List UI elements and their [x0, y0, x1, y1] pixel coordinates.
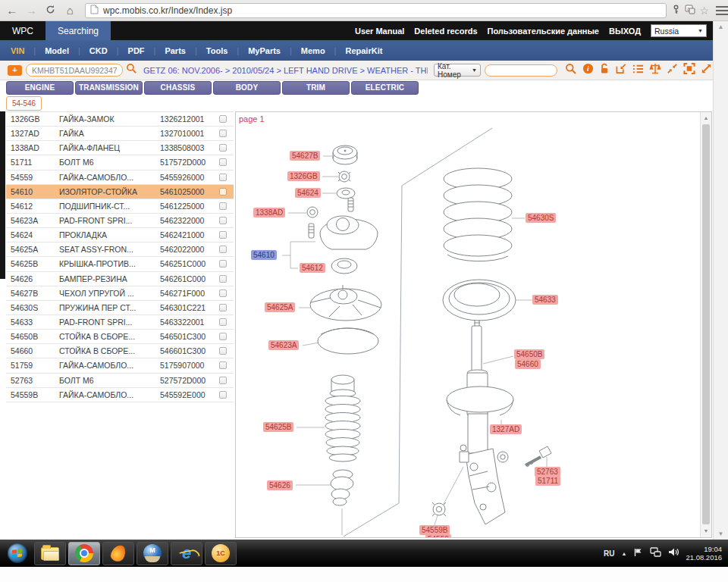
menu-item-vin[interactable]: VIN	[11, 46, 24, 55]
row-checkbox[interactable]	[219, 231, 227, 239]
menu-item-model[interactable]: Model	[45, 46, 69, 55]
diagram-label-54625B[interactable]: 54625B	[263, 422, 293, 432]
menu-item-parts[interactable]: Parts	[165, 46, 186, 55]
menu-item-tools[interactable]: Tools	[206, 46, 228, 55]
tab-searching[interactable]: Searching	[46, 21, 111, 40]
scroll-down-icon[interactable]: ▼	[714, 530, 728, 537]
row-checkbox[interactable]	[219, 347, 227, 355]
table-row[interactable]: 54559BГАЙКА-САМОБЛО...545592E000	[6, 388, 234, 402]
row-checkbox[interactable]	[219, 289, 227, 297]
scrollbar-thumb[interactable]	[702, 124, 710, 524]
category-tab-trim[interactable]: TRIM	[282, 81, 350, 95]
start-button[interactable]	[3, 542, 32, 565]
language-indicator[interactable]: RU	[604, 549, 614, 558]
part-number-input[interactable]	[485, 64, 557, 77]
table-row[interactable]: 54630SПРУЖИНА ПЕР СТ...546301C221	[6, 301, 234, 315]
language-select[interactable]: Russia ▼	[651, 24, 707, 37]
table-row[interactable]: 51711БОЛТ M6517572D000	[6, 155, 234, 170]
diagram-label-1338AD[interactable]: 1338AD	[253, 208, 285, 217]
address-bar[interactable]: wpc.mobis.co.kr/Index/Index.jsp	[85, 3, 667, 18]
catalog-number-select[interactable]: Кат. Номер ▼	[434, 64, 481, 77]
taskbar-chrome-button[interactable]	[68, 542, 100, 565]
vin-input[interactable]	[26, 64, 123, 77]
row-checkbox[interactable]	[219, 158, 227, 166]
row-checkbox[interactable]	[219, 304, 227, 311]
diagram-label-54660[interactable]: 54660	[515, 359, 541, 369]
menu-item-memo[interactable]: Memo	[301, 46, 325, 55]
row-checkbox[interactable]	[219, 275, 227, 283]
row-checkbox[interactable]	[219, 391, 227, 399]
diagram-label-54559[interactable]: 54559	[425, 534, 451, 538]
breadcrumb[interactable]: GETZ 06: NOV.2006- > 2010/05/24 > LEFT H…	[143, 66, 428, 75]
diagram-label-51711[interactable]: 51711	[535, 476, 560, 486]
scroll-up-icon[interactable]: ▲	[714, 23, 728, 30]
list-icon[interactable]	[632, 64, 644, 77]
row-checkbox[interactable]	[219, 174, 227, 181]
menu-item-pdf[interactable]: PDF	[128, 46, 145, 55]
row-checkbox[interactable]	[219, 188, 227, 196]
table-row[interactable]: 54660СТОЙКА В СБОРЕ...546601C300	[6, 344, 234, 358]
table-row[interactable]: 54624ПРОКЛАДКА5462421000	[6, 228, 234, 242]
taskbar-clock[interactable]: 19:04 21.08.2016	[686, 545, 722, 562]
volume-icon[interactable]	[668, 546, 679, 560]
table-row[interactable]: 1326GBГАЙКА-ЗАМОК1326212001	[6, 112, 234, 127]
info-icon[interactable]: i	[582, 63, 594, 77]
row-checkbox[interactable]	[219, 318, 227, 326]
fullscreen-frame-icon[interactable]	[683, 63, 695, 77]
deleted-records-link[interactable]: Deleted records	[414, 27, 477, 36]
diagram-label-54624[interactable]: 54624	[295, 188, 321, 198]
menu-item-myparts[interactable]: MyParts	[248, 46, 281, 55]
taskbar-ie-button[interactable]: e	[171, 542, 202, 565]
diagram-label-54625A[interactable]: 54625A	[265, 302, 295, 312]
home-icon[interactable]: ⌂	[63, 4, 78, 17]
expand-icon[interactable]	[701, 63, 712, 77]
row-checkbox[interactable]	[219, 260, 227, 268]
diagram-label-54650B[interactable]: 54650B	[514, 349, 544, 359]
category-tab-body[interactable]: BODY	[213, 81, 281, 95]
collapsed-panel-edge[interactable]	[0, 111, 5, 279]
tray-expand-icon[interactable]: ▲	[622, 551, 627, 556]
network-icon[interactable]	[650, 546, 661, 560]
row-checkbox[interactable]	[219, 202, 227, 210]
page-scrollbar[interactable]: ▲ ▼	[713, 21, 728, 540]
table-row[interactable]: 54610ИЗОЛЯТОР-СТОЙКА5461025000	[6, 185, 234, 199]
row-checkbox[interactable]	[219, 130, 227, 137]
section-tab[interactable]: 54-546	[6, 96, 42, 111]
add-vin-button[interactable]: +	[8, 65, 22, 76]
table-row[interactable]: 54559ГАЙКА-САМОБЛО...5455926000	[6, 171, 234, 185]
table-row[interactable]: 1338ADГАЙКА-ФЛАНЕЦ1338508003	[6, 141, 234, 155]
row-checkbox[interactable]	[219, 144, 227, 152]
translate-icon[interactable]: a	[685, 4, 695, 17]
import-icon[interactable]	[615, 63, 627, 77]
table-row[interactable]: 54627BЧЕХОЛ УПРУГОЙ ...546271F000	[6, 286, 234, 301]
category-tab-electric[interactable]: ELECTRIC	[351, 81, 419, 95]
compare-scales-icon[interactable]	[649, 63, 661, 77]
row-checkbox[interactable]	[219, 217, 227, 224]
table-row[interactable]: 54612ПОДШИПНИК-СТ...5461225000	[6, 199, 234, 214]
table-row[interactable]: 54626БАМПЕР-РЕЗИНА546261C000	[6, 272, 234, 286]
diagram-label-54610[interactable]: 54610	[251, 250, 277, 260]
taskbar-explorer-button[interactable]	[34, 542, 66, 565]
table-row[interactable]: 54625BКРЫШКА-ПРОТИВ...546251C000	[6, 257, 234, 271]
diagram-scrollbar[interactable]: ▲ ▼	[700, 112, 711, 537]
diagram-label-54630S[interactable]: 54630S	[526, 213, 556, 223]
diagram-label-54627B[interactable]: 54627B	[290, 151, 320, 161]
table-row[interactable]: 51759ГАЙКА-САМОБЛО...5175907000	[6, 358, 234, 373]
row-checkbox[interactable]	[219, 246, 227, 253]
reload-icon[interactable]	[43, 4, 58, 17]
table-row[interactable]: 54650BСТОЙКА В СБОРЕ...546501C300	[6, 330, 234, 344]
table-row[interactable]: 1327ADГАЙКА1327010001	[6, 127, 234, 141]
menu-item-repairkit[interactable]: RepairKit	[345, 46, 382, 55]
row-checkbox[interactable]	[219, 333, 227, 340]
collapse-icon[interactable]	[667, 63, 678, 77]
table-row[interactable]: 52763БОЛТ M6527572D000	[6, 374, 234, 388]
row-checkbox[interactable]	[219, 377, 227, 384]
user-manual-link[interactable]: User Manual	[355, 27, 404, 36]
taskbar-mail-agent-button[interactable]: M	[136, 542, 168, 565]
table-row[interactable]: 54633PAD-FRONT SPRI...5463322001	[6, 315, 234, 330]
logout-link[interactable]: ВЫХОД	[609, 27, 641, 36]
diagram-label-54612[interactable]: 54612	[300, 263, 325, 273]
diagram-label-1327AD[interactable]: 1327AD	[490, 424, 522, 434]
category-tab-engine[interactable]: ENGINE	[6, 81, 74, 95]
vin-search-icon[interactable]	[126, 63, 137, 77]
